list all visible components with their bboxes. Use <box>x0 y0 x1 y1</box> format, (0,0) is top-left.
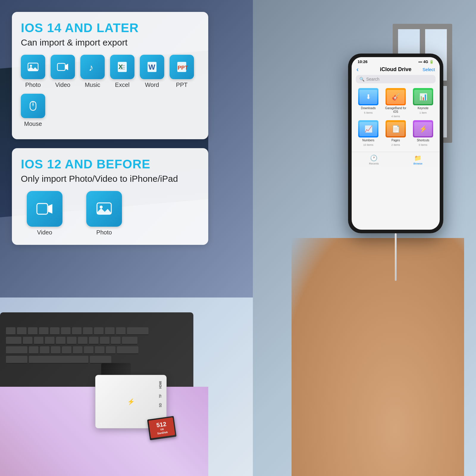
pages-icon: 📄 <box>387 122 405 136</box>
pages-count: 2 items <box>391 143 400 146</box>
keynote-count: 1 item <box>419 111 427 114</box>
ios14-subtitle: Can import & import export <box>21 37 199 48</box>
key <box>23 337 32 345</box>
phone-search-input[interactable]: 🔍 Search <box>356 75 436 83</box>
ios12-icon-item-video: Video <box>27 191 62 236</box>
key <box>116 327 126 335</box>
key <box>34 337 43 345</box>
ios12-section: IOS 12 AND BEFORE Only import Photo/Vide… <box>12 148 208 245</box>
key <box>56 337 65 345</box>
key <box>29 346 38 354</box>
garageband-name: GarageBand for iOS <box>383 107 408 114</box>
svg-point-21 <box>100 206 103 209</box>
svg-text:X: X <box>118 63 123 71</box>
ios12-icons-row: Video Photo <box>21 191 199 236</box>
file-item-downloads[interactable]: ⬇ Downloads 5 items <box>356 88 381 118</box>
numbers-count: 10 items <box>363 143 373 146</box>
signal-bars-icon: ▪▪▪ <box>418 60 422 64</box>
svg-marker-2 <box>28 67 38 71</box>
svg-marker-22 <box>97 208 111 214</box>
key <box>90 356 111 364</box>
key <box>94 327 104 335</box>
video-icon-box <box>51 55 75 79</box>
key <box>117 346 138 354</box>
music-label: Music <box>85 82 100 88</box>
sd-label: SD <box>159 403 162 407</box>
svg-text:W: W <box>148 63 155 71</box>
key <box>73 346 82 354</box>
recents-label: Recents <box>369 162 379 165</box>
garageband-icon: 🎸 <box>387 90 405 104</box>
phone-status-bar: 10:26 ▪▪▪ 4G 🔋 <box>352 57 440 65</box>
phone-files-grid: ⬇ Downloads 5 items 🎸 GarageBand for iOS… <box>352 86 440 149</box>
key <box>72 327 82 335</box>
shortcuts-folder-icon: ⚡ <box>413 120 433 137</box>
ios12-video-label: Video <box>37 229 52 236</box>
downloads-folder-icon: ⬇ <box>358 88 378 105</box>
file-item-pages[interactable]: 📄 Pages 2 items <box>383 120 408 146</box>
downloads-icon: ⬇ <box>359 90 377 104</box>
mouse-label: Mouse <box>24 120 42 127</box>
garageband-count: 4 items <box>391 115 400 118</box>
file-item-garageband[interactable]: 🎸 GarageBand for iOS 4 items <box>383 88 408 118</box>
tab-recents[interactable]: 🕐 Recents <box>369 154 379 165</box>
icon-item-ppt: PPT PPT <box>170 55 194 88</box>
key <box>28 327 37 335</box>
photo-icon-box <box>21 55 45 79</box>
sd-card-unit: GB <box>160 428 164 431</box>
search-icon: 🔍 <box>359 77 364 82</box>
phone-nav-bar: ‹ iCloud Drive Select <box>352 65 440 73</box>
word-icon-box: W <box>140 55 164 79</box>
numbers-icon: 📈 <box>359 122 377 136</box>
sd-card-brand: SanDisk <box>157 430 168 435</box>
phone-mockup: 10:26 ▪▪▪ 4G 🔋 ‹ iCloud Drive Select 🔍 S… <box>348 54 443 233</box>
key <box>89 337 98 345</box>
file-item-shortcuts[interactable]: ⚡ Shortcuts 0 items <box>411 120 436 146</box>
pages-name: Pages <box>392 139 400 142</box>
phone-time: 10:26 <box>358 60 367 64</box>
key <box>40 346 49 354</box>
ppt-label: PPT <box>176 82 188 88</box>
key <box>50 327 60 335</box>
key <box>6 337 21 345</box>
icon-item-photo: Photo <box>21 55 45 88</box>
key <box>106 346 115 354</box>
numbers-folder-icon: 📈 <box>358 120 378 137</box>
tab-browse[interactable]: 📁 Browse <box>414 154 422 165</box>
numbers-name: Numbers <box>362 139 375 142</box>
key <box>6 327 15 335</box>
phone-area: 10:26 ▪▪▪ 4G 🔋 ‹ iCloud Drive Select 🔍 S… <box>333 54 458 281</box>
keynote-folder-icon: 📊 <box>413 88 433 105</box>
svg-rect-3 <box>57 63 65 71</box>
key <box>45 337 54 345</box>
select-button[interactable]: Select <box>422 67 435 72</box>
spacebar <box>29 356 88 364</box>
phone-screen: 10:26 ▪▪▪ 4G 🔋 ‹ iCloud Drive Select 🔍 S… <box>352 57 440 230</box>
lightning-cable <box>395 233 397 281</box>
shortcuts-name: Shortcuts <box>417 139 429 142</box>
sd-card: 512 GB SanDisk <box>147 416 177 440</box>
card-reader-body: HDMI TF SD ⚡ 512 GB SanDisk <box>95 375 167 428</box>
svg-point-17 <box>32 104 34 105</box>
ios12-icon-item-photo: Photo <box>86 191 122 236</box>
key <box>6 346 27 354</box>
lightning-symbol: ⚡ <box>127 398 135 405</box>
key <box>62 346 71 354</box>
svg-marker-4 <box>65 64 68 70</box>
back-button[interactable]: ‹ <box>356 66 358 73</box>
tf-label: TF <box>159 394 162 398</box>
file-item-keynote[interactable]: 📊 Keynote 1 item <box>411 88 436 118</box>
ios14-title: IOS 14 AND LATER <box>21 21 199 35</box>
recents-icon: 🕐 <box>370 154 378 162</box>
sd-card-face: 512 GB SanDisk <box>148 417 175 439</box>
port-labels: HDMI TF SD <box>159 381 162 407</box>
ios12-subtitle: Only import Photo/Video to iPhone/iPad <box>21 174 199 184</box>
key <box>78 337 87 345</box>
file-item-numbers[interactable]: 📈 Numbers 10 items <box>356 120 381 146</box>
icon-item-word: W Word <box>140 55 164 88</box>
keynote-name: Keynote <box>418 107 429 110</box>
mouse-icon-box <box>21 94 45 118</box>
key <box>84 346 93 354</box>
hdmi-label: HDMI <box>159 381 162 389</box>
key <box>95 346 104 354</box>
